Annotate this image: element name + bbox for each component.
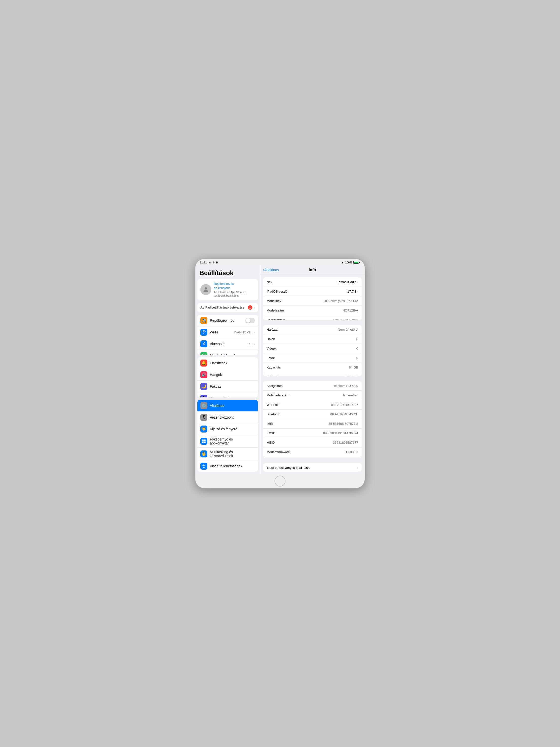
info-row-bt-addr: Bluetooth 88:AE:07:4E:45:CF: [263, 410, 362, 419]
settings-item-bluetooth[interactable]: Bluetooth Ki ›: [197, 338, 258, 350]
accessibility-icon: [201, 463, 207, 470]
login-sub: Az iCloud, az App Store és továbbiak beá…: [214, 290, 255, 298]
airplane-toggle[interactable]: [245, 318, 255, 323]
avatar: [201, 284, 211, 295]
display-icon: ☀️: [201, 426, 207, 433]
battery-percent: 100%: [345, 261, 352, 264]
status-time: 11:11: [200, 261, 207, 264]
wifi-settings-icon: [201, 329, 207, 336]
info-section-device: Név Tamás iPadje › iPadOS-verzió 17.7.3 …: [263, 277, 362, 320]
value-wifi-addr: 88:AE:07:40:E4:97: [331, 403, 358, 407]
label-modem: Modemfirmware: [267, 450, 290, 454]
trust-chevron: ›: [357, 466, 358, 470]
wifi-chevron: ›: [254, 330, 255, 334]
info-row-videos: Videók 0: [263, 344, 362, 353]
bluetooth-chevron: ›: [254, 342, 255, 346]
svg-point-7: [203, 464, 204, 465]
multitask-icon: 🖐: [201, 450, 207, 457]
multitask-label: Multitasking éskézmozdulatok: [210, 450, 255, 458]
info-row-model-num: Modellszám NQF12B/A: [263, 306, 362, 315]
settings-item-sounds[interactable]: 🔊 Hangok: [197, 369, 258, 381]
settings-item-display[interactable]: ☀️ Kijelző és fényerő: [197, 423, 258, 435]
bluetooth-icon: [201, 340, 207, 347]
account-text: Bejelentkezés az iPadjére Az iCloud, az …: [214, 282, 255, 297]
battery-icon: [353, 261, 360, 264]
info-row-available: Elérhető 51,04 GB: [263, 372, 362, 376]
label-available: Elérhető: [267, 375, 278, 376]
settings-item-wifi[interactable]: Wi-Fi IVANHOME ›: [197, 327, 258, 338]
label-iccid: ICCID: [267, 431, 275, 435]
label-songs: Dalok: [267, 337, 275, 341]
nav-back-button[interactable]: ‹ Általános: [263, 268, 279, 272]
info-row-trust[interactable]: Trust-tanúsítványok beállításai ›: [263, 463, 362, 472]
status-bar: 11:11 jan. 6. H ▲ 100%: [195, 259, 365, 265]
settings-item-general[interactable]: ⚙️ Általános: [197, 400, 258, 412]
account-card[interactable]: Bejelentkezés az iPadjére Az iCloud, az …: [197, 279, 258, 300]
value-available: 51,04 GB: [344, 375, 358, 376]
value-name: Tamás iPadje ›: [337, 280, 358, 284]
label-carrier: Szolgáltató: [267, 384, 283, 388]
homescreen-label: Főképernyő ésappkönyvtár: [210, 437, 255, 445]
settings-item-screentime[interactable]: ⏱ Képernyőidő: [197, 392, 258, 397]
value-mobile-number: Ismeretlen: [343, 393, 358, 397]
general-label: Általános: [210, 404, 255, 408]
svg-rect-4: [204, 439, 206, 441]
value-modem: 11.00.01: [345, 450, 358, 454]
label-trust: Trust-tanúsítványok beállításai: [267, 466, 310, 470]
setup-card[interactable]: Az iPad beállításának befejezése 1 ›: [197, 303, 258, 312]
login-link: Bejelentkezés az iPadjére: [214, 282, 255, 290]
accessibility-label: Kisegítő lehetőségek: [210, 464, 255, 468]
info-section-network: Szolgáltató Telekom HU 58.0 Mobil adatsz…: [263, 381, 362, 458]
settings-item-focus[interactable]: 🌙 Fókusz: [197, 381, 258, 392]
info-row-imei: IMEI 35 581608 507577 8: [263, 419, 362, 429]
info-row-ios[interactable]: iPadOS-verzió 17.7.3 ›: [263, 287, 362, 296]
info-row-name[interactable]: Név Tamás iPadje ›: [263, 277, 362, 287]
screentime-icon: ⏱: [201, 395, 207, 397]
label-wifi-addr: Wi-Fi-cím: [267, 403, 281, 407]
settings-item-control[interactable]: 🎛 Vezérlőközpont: [197, 412, 258, 423]
home-button[interactable]: [274, 475, 286, 487]
screen: Beállítások Bejelentkezés az iPadjére Az…: [195, 265, 365, 474]
info-row-songs: Dalok 0: [263, 334, 362, 344]
focus-label: Fókusz: [210, 384, 255, 388]
connectivity-group: ✈️ Repülőgép mód Wi-Fi IVANHOME ›: [197, 315, 258, 355]
focus-icon: 🌙: [201, 383, 207, 390]
control-icon: 🎛: [201, 414, 207, 421]
value-photos: 0: [356, 356, 358, 360]
settings-item-notifications[interactable]: 🔔 Értesítések: [197, 357, 258, 369]
value-carrier: Telekom HU 58.0: [333, 384, 358, 388]
label-photos: Fotók: [267, 356, 275, 360]
sidebar: Beállítások Bejelentkezés az iPadjére Az…: [195, 265, 260, 474]
back-arrow-icon: ‹: [263, 268, 264, 272]
setup-chevron: ›: [254, 306, 255, 310]
device-bottom: [195, 474, 365, 488]
svg-rect-3: [202, 439, 204, 441]
settings-item-accessibility[interactable]: Kisegítő lehetőségek: [197, 460, 258, 472]
value-songs: 0: [356, 337, 358, 341]
info-section-content: Hálózat Nem érhető el Dalok 0 Videók 0 F…: [263, 325, 362, 376]
settings-item-airplane[interactable]: ✈️ Repülőgép mód: [197, 315, 258, 327]
info-row-seid[interactable]: SEID ›: [263, 457, 362, 458]
info-row-wifi-addr: Wi-Fi-cím 88:AE:07:40:E4:97: [263, 400, 362, 410]
value-iccid: 89363034191014 36874: [323, 431, 358, 435]
status-date: jan. 6. H: [208, 261, 218, 264]
svg-point-0: [205, 287, 207, 290]
info-section-trust: Trust-tanúsítványok beállításai ›: [263, 463, 362, 472]
value-serial: DMPXK04AJ2D3: [333, 318, 358, 320]
value-imei: 35 581608 507577 8: [328, 422, 358, 426]
label-capacity: Kapacitás: [267, 365, 281, 369]
airplane-icon: ✈️: [201, 317, 207, 324]
name-chevron: ›: [357, 280, 358, 284]
settings-item-homescreen[interactable]: Főképernyő ésappkönyvtár: [197, 435, 258, 448]
display-label: Kijelző és fényerő: [210, 427, 255, 431]
general-group: ⚙️ Általános 🎛 Vezérlőközpont ☀️ Kijelző…: [197, 400, 258, 472]
settings-item-multitask[interactable]: 🖐 Multitasking éskézmozdulatok: [197, 448, 258, 460]
svg-rect-5: [202, 441, 204, 443]
notifications-label: Értesítések: [210, 361, 255, 365]
setup-text: Az iPad beállításának befejezése: [201, 306, 248, 310]
info-row-model-name: Modellnév 10,5 hüvelykes iPad Pro: [263, 296, 362, 306]
label-mobile-number: Mobil adatszám: [267, 393, 289, 397]
sidebar-title: Beállítások: [195, 265, 260, 279]
settings-item-mobile[interactable]: Mobiladat-forgalom: [197, 350, 258, 355]
bluetooth-label: Bluetooth: [210, 342, 246, 346]
